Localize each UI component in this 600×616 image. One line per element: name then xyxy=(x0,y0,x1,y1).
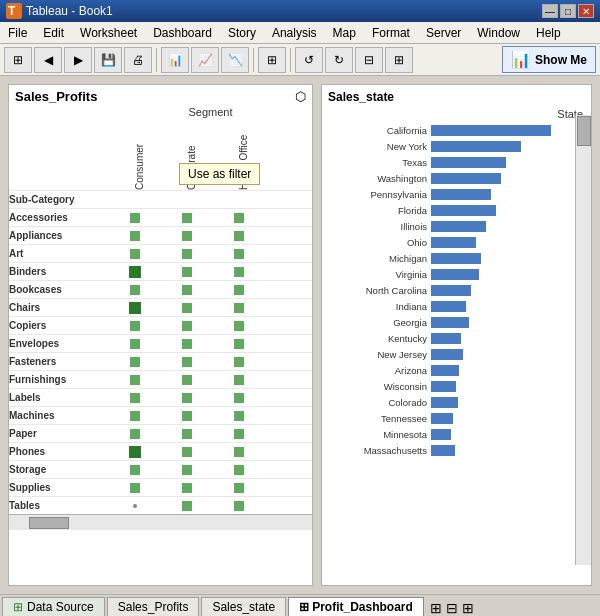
bar-cell[interactable] xyxy=(431,253,587,264)
bar-cell[interactable] xyxy=(431,189,587,200)
cell[interactable] xyxy=(161,267,213,277)
cell[interactable] xyxy=(109,429,161,439)
bar-cell[interactable] xyxy=(431,429,587,440)
menu-story[interactable]: Story xyxy=(220,22,264,43)
cell[interactable] xyxy=(213,213,265,223)
menu-format[interactable]: Format xyxy=(364,22,418,43)
bar-cell[interactable] xyxy=(431,221,587,232)
show-me-button[interactable]: 📊 Show Me xyxy=(502,46,596,73)
cell[interactable] xyxy=(161,375,213,385)
cell[interactable] xyxy=(161,465,213,475)
cell[interactable] xyxy=(213,375,265,385)
bar-cell[interactable] xyxy=(431,381,587,392)
tab-sales-profits[interactable]: Sales_Profits xyxy=(107,597,200,616)
bar-cell[interactable] xyxy=(431,205,587,216)
toolbar-sort[interactable]: ⊟ xyxy=(355,47,383,73)
cell[interactable] xyxy=(109,393,161,403)
bar-cell[interactable] xyxy=(431,413,587,424)
cell[interactable] xyxy=(161,501,213,511)
cell[interactable] xyxy=(161,357,213,367)
toolbar-new[interactable]: ⊞ xyxy=(4,47,32,73)
cell[interactable] xyxy=(161,393,213,403)
bar-cell[interactable] xyxy=(431,333,587,344)
window-controls[interactable]: — □ ✕ xyxy=(542,4,594,18)
menu-edit[interactable]: Edit xyxy=(35,22,72,43)
bar-cell[interactable] xyxy=(431,157,587,168)
cell[interactable] xyxy=(213,447,265,457)
cell[interactable] xyxy=(213,339,265,349)
cell[interactable] xyxy=(109,213,161,223)
menu-map[interactable]: Map xyxy=(325,22,364,43)
toolbar-group[interactable]: ⊞ xyxy=(385,47,413,73)
cell[interactable] xyxy=(213,501,265,511)
tab-sales-state[interactable]: Sales_state xyxy=(201,597,286,616)
bar-cell[interactable] xyxy=(431,317,587,328)
menu-worksheet[interactable]: Worksheet xyxy=(72,22,145,43)
cell[interactable] xyxy=(161,429,213,439)
cell[interactable] xyxy=(213,357,265,367)
new-sheet-icon[interactable]: ⊞ xyxy=(430,600,442,616)
cell[interactable] xyxy=(213,231,265,241)
cell[interactable] xyxy=(161,339,213,349)
cell[interactable] xyxy=(109,411,161,421)
tab-profit-dashboard[interactable]: ⊞ Profit_Dashboard xyxy=(288,597,424,616)
cell[interactable] xyxy=(213,285,265,295)
cell[interactable] xyxy=(109,465,161,475)
toolbar-chart2[interactable]: 📈 xyxy=(191,47,219,73)
vertical-scrollbar[interactable] xyxy=(575,115,591,565)
bar-cell[interactable] xyxy=(431,125,587,136)
cell[interactable] xyxy=(109,285,161,295)
cell[interactable] xyxy=(109,446,161,458)
cell[interactable] xyxy=(213,465,265,475)
bar-cell[interactable] xyxy=(431,349,587,360)
cell[interactable] xyxy=(109,249,161,259)
bar-cell[interactable] xyxy=(431,173,587,184)
cell[interactable] xyxy=(109,504,161,508)
cell[interactable] xyxy=(213,411,265,421)
cell[interactable] xyxy=(109,321,161,331)
cell[interactable] xyxy=(109,302,161,314)
cell[interactable] xyxy=(109,231,161,241)
bar-cell[interactable] xyxy=(431,237,587,248)
cell[interactable] xyxy=(109,357,161,367)
cell[interactable] xyxy=(213,321,265,331)
bar-cell[interactable] xyxy=(431,365,587,376)
cell[interactable] xyxy=(161,321,213,331)
new-dashboard-icon[interactable]: ⊟ xyxy=(446,600,458,616)
toolbar-chart3[interactable]: 📉 xyxy=(221,47,249,73)
cell[interactable] xyxy=(213,483,265,493)
cell[interactable] xyxy=(213,429,265,439)
cell[interactable] xyxy=(161,231,213,241)
bar-cell[interactable] xyxy=(431,445,587,456)
cell[interactable] xyxy=(161,411,213,421)
close-button[interactable]: ✕ xyxy=(578,4,594,18)
toolbar-refresh2[interactable]: ↻ xyxy=(325,47,353,73)
menu-help[interactable]: Help xyxy=(528,22,569,43)
cell[interactable] xyxy=(161,213,213,223)
bar-cell[interactable] xyxy=(431,397,587,408)
minimize-button[interactable]: — xyxy=(542,4,558,18)
toolbar-filter[interactable]: ⊞ xyxy=(258,47,286,73)
expand-icon[interactable]: ⬡ xyxy=(295,89,306,104)
menu-analysis[interactable]: Analysis xyxy=(264,22,325,43)
cell[interactable] xyxy=(109,266,161,278)
toolbar-save[interactable]: 💾 xyxy=(94,47,122,73)
toolbar-chart1[interactable]: 📊 xyxy=(161,47,189,73)
toolbar-refresh[interactable]: ↺ xyxy=(295,47,323,73)
bar-cell[interactable] xyxy=(431,285,587,296)
scroll-thumb[interactable] xyxy=(577,116,591,146)
menu-window[interactable]: Window xyxy=(469,22,528,43)
menu-dashboard[interactable]: Dashboard xyxy=(145,22,220,43)
tab-datasource[interactable]: ⊞ Data Source xyxy=(2,597,105,616)
cell[interactable] xyxy=(109,339,161,349)
cell[interactable] xyxy=(109,375,161,385)
maximize-button[interactable]: □ xyxy=(560,4,576,18)
cell[interactable] xyxy=(213,393,265,403)
cell[interactable] xyxy=(161,303,213,313)
toolbar-forward[interactable]: ▶ xyxy=(64,47,92,73)
cell[interactable] xyxy=(161,249,213,259)
cell[interactable] xyxy=(213,249,265,259)
bar-cell[interactable] xyxy=(431,141,587,152)
toolbar-back[interactable]: ◀ xyxy=(34,47,62,73)
cell[interactable] xyxy=(213,303,265,313)
